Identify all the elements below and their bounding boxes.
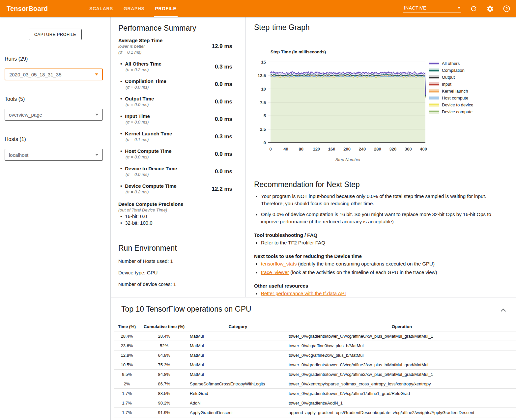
top-ops-card: Top 10 TensorFlow operations on GPU Time… [111, 297, 516, 420]
table-row: 28.4% 28.4% MatMul tower_0/v/gradients/t… [114, 331, 516, 341]
help-icon[interactable]: ? [502, 4, 511, 13]
svg-text:200: 200 [343, 147, 351, 152]
svg-text:5: 5 [264, 113, 266, 118]
cell-operation: tower_0/v/cg/affine2/xw_plus_b/MatMul [287, 350, 516, 360]
tab-scalars[interactable]: SCALARS [84, 0, 118, 17]
run-environment-title: Run Environment [118, 244, 232, 253]
perf-item: All Others Time (σ = 0.2 ms) 0.3 ms [118, 61, 232, 73]
runs-select[interactable]: 2020_03_05_18_31_35 [5, 69, 103, 80]
perf-item-sigma: (σ = 0.1 ms) [120, 137, 172, 143]
trace-viewer-link[interactable]: trace_viewer [261, 269, 289, 275]
tensorboard-app: TensorBoard SCALARS GRAPHS PROFILE INACT… [0, 0, 516, 420]
svg-text:2.5: 2.5 [260, 127, 266, 132]
next-tool-desc: (identify the time-consuming operations … [297, 261, 435, 266]
col-header-category: Category [188, 322, 287, 331]
table-row: 1.7% 88.5% ReluGrad tower_0/v/gradients/… [114, 389, 516, 398]
precisions-title: Device Compute Precisions [118, 201, 232, 207]
legend-label: Input [442, 82, 451, 87]
perf-item-label: Device to Device Time [120, 165, 177, 172]
legend-label: Device to device [442, 102, 473, 107]
step-time-chart[interactable]: Step Time (in milliseconds)02.557.51012.… [254, 48, 516, 167]
perf-item-sigma: (σ = 0.0 ms) [120, 102, 154, 108]
svg-text:80: 80 [299, 147, 303, 152]
tfdata-api-link[interactable]: Better performance with the tf.data API [261, 291, 346, 296]
recommendation-card: Recommendation for Next Step Your progra… [246, 174, 516, 297]
tools-label: Tools (5) [5, 96, 110, 102]
main-area: Performance Summary Average Step Time lo… [110, 17, 516, 420]
hosts-select-value: localhost [9, 152, 28, 158]
table-row: 1.7% 91.9% ApplyGradientDescent append_a… [114, 408, 516, 417]
navbar: TensorBoard SCALARS GRAPHS PROFILE INACT… [0, 0, 516, 17]
average-step-time-row: Average Step Time lower is better (σ = 0… [118, 37, 232, 55]
next-tool-item: tensorflow_stats (identify the time-cons… [261, 260, 503, 267]
step-time-graph-card: Step-time Graph Step Time (in millisecon… [246, 17, 516, 174]
top-section: Performance Summary Average Step Time lo… [111, 17, 516, 297]
cell-cumulative: 91.9% [140, 408, 188, 417]
cell-category: MatMul [188, 350, 287, 360]
tensorflow-stats-link[interactable]: tensorflow_stats [261, 261, 297, 266]
col-header-time: Time (%) [114, 322, 140, 331]
perf-item-value: 0.0 ms [215, 116, 232, 123]
precisions-subtitle: (out of Total Device Time) [118, 207, 232, 213]
perf-item: Output Time (σ = 0.0 ms) 0.0 ms [118, 96, 232, 108]
recommendation-bullet: Only 0.0% of device computation is 16 bi… [261, 211, 503, 225]
chart-title: Step Time (in milliseconds) [271, 49, 326, 54]
perf-item-label: All Others Time [120, 61, 161, 67]
faq-heading: Tool troubleshooting / FAQ [254, 232, 503, 238]
table-row: 9.5% 84.8% MatMul tower_0/v/gradients/to… [114, 370, 516, 379]
nav-tabs: SCALARS GRAPHS PROFILE [84, 0, 182, 17]
performance-summary-title: Performance Summary [118, 24, 232, 33]
cell-operation: tower_0/v/gradients/AddN_1 [287, 398, 516, 408]
col-header-cumulative: Cumulative time (%) [140, 322, 188, 331]
other-resources-heading: Other useful resources [254, 283, 503, 289]
cell-time: 12.8% [114, 350, 140, 360]
cell-category: MatMul [188, 341, 287, 350]
top-ops-title: Top 10 TensorFlow operations on GPU [121, 305, 516, 314]
tab-profile[interactable]: PROFILE [150, 0, 182, 17]
perf-item-sigma: (σ = 0.0 ms) [120, 119, 150, 125]
perf-item-label: Compilation Time [120, 78, 166, 84]
status-dropdown[interactable]: INACTIVE [403, 5, 461, 13]
table-row: 2% 86.7% SparseSoftmaxCrossEntropyWithLo… [114, 379, 516, 389]
perf-item-label: Kernel Launch Time [120, 130, 172, 137]
svg-text:280: 280 [374, 147, 381, 152]
perf-item-label: Host Compute Time [120, 148, 172, 154]
recommendation-title: Recommendation for Next Step [254, 180, 503, 189]
cell-operation: tower_0/v/cg/affine0/xw_plus_b/MatMul [287, 341, 516, 350]
next-tool-item: trace_viewer (look at the activities on … [261, 269, 503, 276]
next-tool-desc: (look at the activities on the timeline … [289, 269, 437, 275]
runs-select-value: 2020_03_05_18_31_35 [9, 72, 62, 77]
legend-label: Host compute [442, 96, 468, 100]
cell-category: MatMul [188, 370, 287, 379]
tools-select[interactable]: overview_page [5, 109, 103, 121]
hosts-select[interactable]: localhost [5, 149, 103, 161]
tab-graphs[interactable]: GRAPHS [118, 0, 150, 17]
svg-text:160: 160 [328, 147, 335, 152]
perf-item: Input Time (σ = 0.0 ms) 0.0 ms [118, 113, 232, 125]
cell-time: 10.5% [114, 360, 140, 370]
svg-text:120: 120 [313, 147, 320, 152]
legend-label: Compilation [442, 68, 465, 73]
perf-item-sigma: (σ = 0.2 ms) [120, 189, 177, 195]
table-row: 1.7% 90.2% AddN tower_0/v/gradients/AddN… [114, 398, 516, 408]
refresh-icon[interactable] [469, 4, 478, 13]
faq-list: Refer to the TF2 Profiler FAQ [254, 239, 503, 246]
cell-category: MatMul [188, 360, 287, 370]
run-environment-card: Run Environment Number of Hosts used: 1 … [111, 235, 245, 297]
cell-operation: tower_0/v/gradients/tower_0/v/cg/affine1… [287, 389, 516, 398]
faq-item: Refer to the TF2 Profiler FAQ [261, 239, 503, 246]
settings-gear-icon[interactable] [486, 4, 494, 13]
cell-operation: tower_0/v/gradients/tower_0/v/cg/affine0… [287, 331, 516, 341]
capture-profile-button[interactable]: CAPTURE PROFILE [29, 29, 82, 40]
navbar-right: INACTIVE ? [403, 0, 511, 17]
cell-cumulative: 88.5% [140, 389, 188, 398]
runs-label: Runs (29) [5, 56, 110, 62]
chevron-down-icon [95, 114, 99, 116]
legend-label: Device compute [442, 109, 473, 114]
col-header-operation: Operation [287, 322, 516, 331]
svg-text:400: 400 [420, 147, 427, 152]
chevron-down-icon [95, 154, 99, 156]
cell-time: 28.4% [114, 331, 140, 341]
chevron-down-icon [95, 73, 98, 75]
perf-item: Device to Device Time (σ = 0.0 ms) 0.0 m… [118, 165, 232, 178]
